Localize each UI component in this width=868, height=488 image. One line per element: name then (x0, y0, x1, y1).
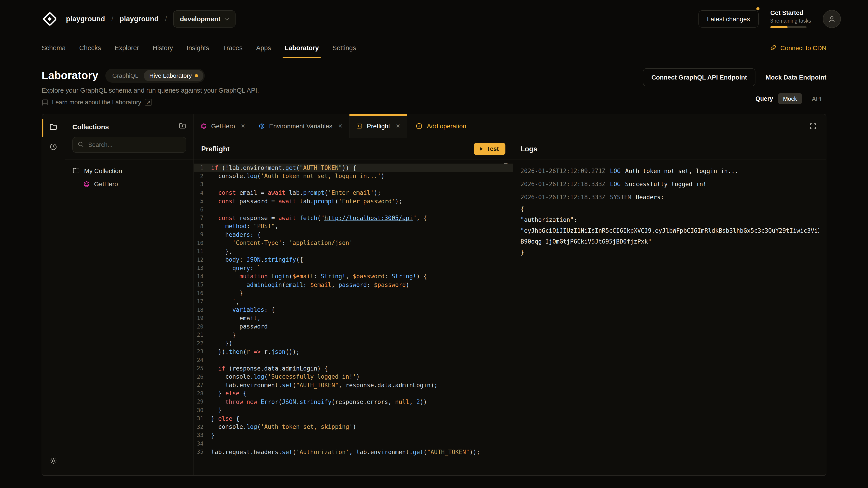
mode-option-hive-laboratory[interactable]: Hive Laboratory (144, 70, 204, 81)
test-button[interactable]: Test (473, 143, 506, 155)
get-started-widget[interactable]: Get Started 3 remaining tasks (770, 9, 811, 28)
code-line[interactable]: 18 variables: { (194, 306, 513, 314)
code-line[interactable]: 34 (194, 440, 513, 448)
endpoint-option-api[interactable]: API (807, 93, 827, 104)
code-text: } (211, 290, 243, 297)
connect-cdn-link[interactable]: Connect to CDN (770, 37, 827, 58)
editor-tab-gethero[interactable]: GetHero× (194, 114, 252, 138)
code-line[interactable]: 32 console.log('Auth token set, skipping… (194, 423, 513, 431)
code-line[interactable]: 19 email, (194, 314, 513, 322)
active-rail-indicator (42, 119, 43, 137)
code-line[interactable]: 17 `, (194, 297, 513, 306)
hive-logo[interactable] (41, 11, 58, 27)
history-rail-button[interactable] (44, 138, 62, 156)
learn-more-label: Learn more about the Laboratory (52, 99, 141, 106)
add-operation-label: Add operation (427, 123, 466, 130)
top-header: playground / playground / development La… (0, 0, 868, 37)
editor-tab-environment-variables[interactable]: Environment Variables× (252, 114, 349, 138)
nav-tab-checks[interactable]: Checks (72, 37, 108, 58)
code-text: throw new Error(JSON.stringify(response.… (211, 398, 427, 405)
code-text: headers: { (211, 231, 260, 238)
logs-body[interactable]: 2026-01-26T12:12:09.271ZLOGAuth token no… (513, 160, 826, 263)
line-number: 34 (194, 441, 211, 447)
endpoint-option-mock[interactable]: Mock (778, 93, 802, 104)
code-line[interactable]: 30 } (194, 406, 513, 414)
page-subtitle: Explore your GraphQL schema and run quer… (41, 87, 259, 94)
code-area[interactable]: — 1if (!lab.environment.get("AUTH_TOKEN"… (194, 160, 513, 475)
page-header: Laboratory GraphiQL Hive Laboratory Expl… (0, 58, 868, 114)
code-line[interactable]: 14 mutation Login($email: String!, $pass… (194, 272, 513, 281)
nav-tab-settings[interactable]: Settings (326, 37, 363, 58)
code-line[interactable]: 20 password (194, 322, 513, 331)
code-line[interactable]: 24 (194, 356, 513, 364)
nav-tab-apps[interactable]: Apps (249, 37, 278, 58)
code-line[interactable]: 31} else { (194, 414, 513, 423)
code-line[interactable]: 25 if (response.data.adminLogin) { (194, 364, 513, 372)
collections-rail-button[interactable] (44, 118, 62, 136)
code-line[interactable]: 28 } else { (194, 389, 513, 398)
settings-rail-button[interactable] (44, 452, 62, 470)
code-line[interactable]: 23 }).then(r => r.json()); (194, 348, 513, 356)
avatar[interactable] (823, 10, 841, 28)
line-number: 5 (194, 198, 211, 204)
mode-option-graphiql[interactable]: GraphiQL (107, 70, 144, 81)
code-line[interactable]: 2 console.log('Auth token not set, loggi… (194, 172, 513, 180)
code-line[interactable]: 4 const email = await lab.prompt('Enter … (194, 189, 513, 197)
code-line[interactable]: 35lab.request.headers.set('Authorization… (194, 448, 513, 456)
code-line[interactable]: 10 'Content-Type': 'application/json' (194, 239, 513, 247)
collection-item-gethero[interactable]: GetHero (72, 180, 186, 188)
code-line[interactable]: 29 throw new Error(JSON.stringify(respon… (194, 398, 513, 406)
target-selector[interactable]: development (173, 10, 235, 27)
play-icon (478, 147, 484, 151)
breadcrumb-project[interactable]: playground (120, 15, 159, 23)
editor-tab-preflight[interactable]: Preflight× (349, 114, 407, 138)
nav-tab-history[interactable]: History (146, 37, 180, 58)
code-line[interactable]: 6 (194, 205, 513, 214)
code-line[interactable]: 5 const password = await lab.prompt('Ent… (194, 197, 513, 205)
code-line[interactable]: 3 (194, 180, 513, 189)
collection-folder-label: My Collection (84, 167, 122, 174)
code-line[interactable]: 15 adminLogin(email: $email, password: $… (194, 281, 513, 289)
latest-changes-button[interactable]: Latest changes (699, 10, 758, 27)
code-line[interactable]: 27 lab.environment.set("AUTH_TOKEN", res… (194, 381, 513, 389)
code-line[interactable]: 12 body: JSON.stringify({ (194, 256, 513, 264)
code-line[interactable]: 26 console.log('Successfully logged in!'… (194, 372, 513, 381)
close-tab-icon[interactable]: × (396, 123, 400, 130)
code-line[interactable]: 1if (!lab.environment.get("AUTH_TOKEN"))… (194, 164, 513, 172)
line-number: 27 (194, 382, 211, 388)
code-text: } else { (211, 415, 239, 422)
close-tab-icon[interactable]: × (338, 123, 342, 130)
nav-tab-insights[interactable]: Insights (180, 37, 216, 58)
search-input[interactable] (72, 137, 186, 153)
add-operation-button[interactable]: Add operation (407, 114, 474, 138)
nav-tab-schema[interactable]: Schema (35, 37, 72, 58)
log-entry: 2026-01-26T12:12:18.333ZSYSTEMHeaders: (521, 191, 819, 204)
fullscreen-button[interactable] (800, 114, 826, 138)
line-number: 8 (194, 223, 211, 230)
person-icon (827, 14, 836, 23)
link-icon (770, 44, 777, 51)
nav-tab-explorer[interactable]: Explorer (108, 37, 146, 58)
code-line[interactable]: 13 query: ` (194, 264, 513, 272)
code-line[interactable]: 21 } (194, 331, 513, 339)
code-line[interactable]: 9 headers: { (194, 230, 513, 239)
nav-tab-traces[interactable]: Traces (216, 37, 249, 58)
fullscreen-icon (809, 122, 817, 130)
connect-graphql-endpoint-button[interactable]: Connect GraphQL API Endpoint (643, 68, 756, 86)
code-line[interactable]: 8 method: "POST", (194, 222, 513, 230)
code-line[interactable]: 11 }, (194, 247, 513, 256)
fold-marker-icon[interactable]: — (504, 160, 507, 166)
close-tab-icon[interactable]: × (241, 123, 245, 130)
code-line[interactable]: 22 }) (194, 339, 513, 348)
code-line[interactable]: 7 const response = await fetch("http://l… (194, 214, 513, 222)
nav-tab-laboratory[interactable]: Laboratory (278, 37, 326, 58)
learn-more-link[interactable]: Learn more about the Laboratory ↗ (41, 99, 259, 106)
collection-folder-my-collection[interactable]: My Collection (72, 167, 186, 174)
breadcrumb-org[interactable]: playground (66, 15, 105, 23)
new-collection-button[interactable] (179, 122, 186, 131)
mock-data-endpoint-button[interactable]: Mock Data Endpoint (766, 74, 827, 81)
code-line[interactable]: 33} (194, 431, 513, 440)
nav-tabs: SchemaChecksExplorerHistoryInsightsTrace… (35, 37, 363, 58)
code-line[interactable]: 16 } (194, 289, 513, 297)
code-text: } (211, 407, 222, 414)
